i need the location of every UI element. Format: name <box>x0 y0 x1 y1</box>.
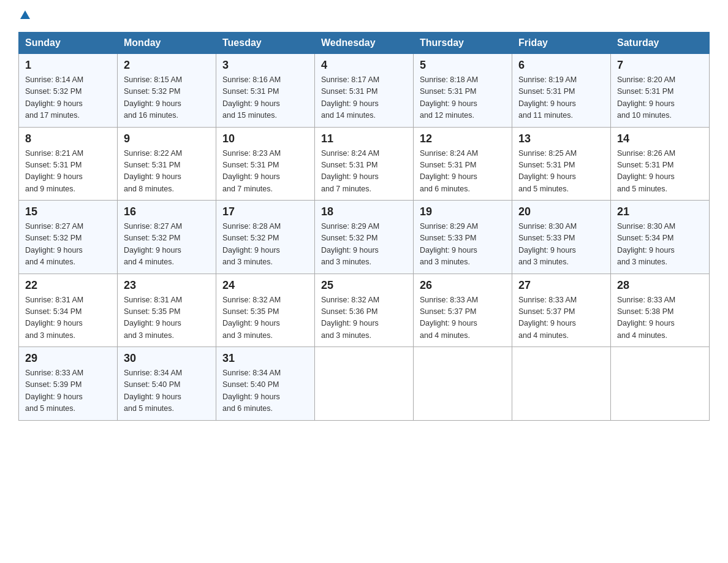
calendar-cell: 28 Sunrise: 8:33 AMSunset: 5:38 PMDaylig… <box>611 274 710 347</box>
day-number: 21 <box>617 205 703 218</box>
calendar-cell: 5 Sunrise: 8:18 AMSunset: 5:31 PMDayligh… <box>414 54 512 128</box>
day-number: 28 <box>617 279 703 292</box>
calendar-cell: 10 Sunrise: 8:23 AMSunset: 5:31 PMDaylig… <box>216 127 315 201</box>
day-info: Sunrise: 8:32 AMSunset: 5:36 PMDaylight:… <box>321 296 379 340</box>
calendar-cell <box>414 347 512 421</box>
calendar-cell: 1 Sunrise: 8:14 AMSunset: 5:32 PMDayligh… <box>19 54 118 128</box>
calendar-cell: 15 Sunrise: 8:27 AMSunset: 5:32 PMDaylig… <box>19 201 118 274</box>
day-number: 27 <box>518 279 604 292</box>
day-info: Sunrise: 8:24 AMSunset: 5:31 PMDaylight:… <box>321 149 379 193</box>
logo-triangle-icon <box>20 10 30 19</box>
day-info: Sunrise: 8:15 AMSunset: 5:32 PMDaylight:… <box>124 75 182 120</box>
day-info: Sunrise: 8:26 AMSunset: 5:31 PMDaylight:… <box>617 149 675 193</box>
page-header <box>18 12 710 21</box>
header-sunday: Sunday <box>19 33 118 54</box>
day-number: 12 <box>420 132 506 145</box>
calendar-cell: 12 Sunrise: 8:24 AMSunset: 5:31 PMDaylig… <box>414 127 512 201</box>
header-friday: Friday <box>512 33 611 54</box>
calendar-cell: 26 Sunrise: 8:33 AMSunset: 5:37 PMDaylig… <box>414 274 512 347</box>
calendar-cell: 19 Sunrise: 8:29 AMSunset: 5:33 PMDaylig… <box>414 201 512 274</box>
day-info: Sunrise: 8:29 AMSunset: 5:33 PMDaylight:… <box>420 222 478 266</box>
day-info: Sunrise: 8:29 AMSunset: 5:32 PMDaylight:… <box>321 222 379 266</box>
calendar-cell: 30 Sunrise: 8:34 AMSunset: 5:40 PMDaylig… <box>118 347 216 421</box>
day-number: 26 <box>420 279 506 292</box>
day-info: Sunrise: 8:33 AMSunset: 5:37 PMDaylight:… <box>420 296 478 340</box>
calendar-cell <box>512 347 611 421</box>
day-info: Sunrise: 8:27 AMSunset: 5:32 PMDaylight:… <box>124 222 182 266</box>
header-thursday: Thursday <box>414 33 512 54</box>
calendar-cell: 11 Sunrise: 8:24 AMSunset: 5:31 PMDaylig… <box>315 127 414 201</box>
day-number: 5 <box>420 59 506 72</box>
day-info: Sunrise: 8:25 AMSunset: 5:31 PMDaylight:… <box>518 149 577 193</box>
day-info: Sunrise: 8:21 AMSunset: 5:31 PMDaylight:… <box>25 149 83 193</box>
day-info: Sunrise: 8:31 AMSunset: 5:34 PMDaylight:… <box>25 296 83 340</box>
day-number: 19 <box>420 205 506 218</box>
day-number: 24 <box>222 279 308 292</box>
calendar-cell: 24 Sunrise: 8:32 AMSunset: 5:35 PMDaylig… <box>216 274 315 347</box>
calendar-week-row: 29 Sunrise: 8:33 AMSunset: 5:39 PMDaylig… <box>19 347 710 421</box>
calendar-cell: 22 Sunrise: 8:31 AMSunset: 5:34 PMDaylig… <box>19 274 118 347</box>
day-info: Sunrise: 8:33 AMSunset: 5:39 PMDaylight:… <box>25 369 83 413</box>
day-number: 23 <box>124 279 210 292</box>
calendar-header-row: SundayMondayTuesdayWednesdayThursdayFrid… <box>19 33 710 54</box>
day-info: Sunrise: 8:16 AMSunset: 5:31 PMDaylight:… <box>222 75 281 120</box>
day-number: 30 <box>124 352 210 365</box>
day-number: 20 <box>518 205 604 218</box>
day-info: Sunrise: 8:28 AMSunset: 5:32 PMDaylight:… <box>222 222 281 266</box>
calendar-cell: 13 Sunrise: 8:25 AMSunset: 5:31 PMDaylig… <box>512 127 611 201</box>
header-monday: Monday <box>118 33 216 54</box>
calendar-cell <box>315 347 414 421</box>
day-info: Sunrise: 8:22 AMSunset: 5:31 PMDaylight:… <box>124 149 182 193</box>
calendar-cell: 14 Sunrise: 8:26 AMSunset: 5:31 PMDaylig… <box>611 127 710 201</box>
day-number: 7 <box>617 59 703 72</box>
calendar-cell: 20 Sunrise: 8:30 AMSunset: 5:33 PMDaylig… <box>512 201 611 274</box>
day-info: Sunrise: 8:18 AMSunset: 5:31 PMDaylight:… <box>420 75 478 120</box>
calendar-week-row: 1 Sunrise: 8:14 AMSunset: 5:32 PMDayligh… <box>19 54 710 128</box>
calendar-cell: 29 Sunrise: 8:33 AMSunset: 5:39 PMDaylig… <box>19 347 118 421</box>
calendar-cell: 2 Sunrise: 8:15 AMSunset: 5:32 PMDayligh… <box>118 54 216 128</box>
header-tuesday: Tuesday <box>216 33 315 54</box>
calendar-table: SundayMondayTuesdayWednesdayThursdayFrid… <box>18 32 710 421</box>
day-info: Sunrise: 8:30 AMSunset: 5:33 PMDaylight:… <box>518 222 577 266</box>
header-wednesday: Wednesday <box>315 33 414 54</box>
day-number: 9 <box>124 132 210 145</box>
day-info: Sunrise: 8:34 AMSunset: 5:40 PMDaylight:… <box>124 369 182 413</box>
day-info: Sunrise: 8:34 AMSunset: 5:40 PMDaylight:… <box>222 369 281 413</box>
day-number: 2 <box>124 59 210 72</box>
calendar-cell: 17 Sunrise: 8:28 AMSunset: 5:32 PMDaylig… <box>216 201 315 274</box>
day-number: 31 <box>222 352 308 365</box>
day-info: Sunrise: 8:17 AMSunset: 5:31 PMDaylight:… <box>321 75 379 120</box>
day-number: 1 <box>25 59 111 72</box>
calendar-cell: 18 Sunrise: 8:29 AMSunset: 5:32 PMDaylig… <box>315 201 414 274</box>
day-info: Sunrise: 8:19 AMSunset: 5:31 PMDaylight:… <box>518 75 577 120</box>
calendar-week-row: 8 Sunrise: 8:21 AMSunset: 5:31 PMDayligh… <box>19 127 710 201</box>
day-info: Sunrise: 8:24 AMSunset: 5:31 PMDaylight:… <box>420 149 478 193</box>
day-number: 3 <box>222 59 308 72</box>
day-info: Sunrise: 8:31 AMSunset: 5:35 PMDaylight:… <box>124 296 182 340</box>
calendar-cell: 7 Sunrise: 8:20 AMSunset: 5:31 PMDayligh… <box>611 54 710 128</box>
day-info: Sunrise: 8:14 AMSunset: 5:32 PMDaylight:… <box>25 75 83 120</box>
day-info: Sunrise: 8:33 AMSunset: 5:37 PMDaylight:… <box>518 296 577 340</box>
calendar-cell: 9 Sunrise: 8:22 AMSunset: 5:31 PMDayligh… <box>118 127 216 201</box>
day-number: 16 <box>124 205 210 218</box>
calendar-cell: 3 Sunrise: 8:16 AMSunset: 5:31 PMDayligh… <box>216 54 315 128</box>
day-number: 29 <box>25 352 111 365</box>
calendar-cell: 16 Sunrise: 8:27 AMSunset: 5:32 PMDaylig… <box>118 201 216 274</box>
calendar-week-row: 22 Sunrise: 8:31 AMSunset: 5:34 PMDaylig… <box>19 274 710 347</box>
calendar-cell: 31 Sunrise: 8:34 AMSunset: 5:40 PMDaylig… <box>216 347 315 421</box>
day-number: 8 <box>25 132 111 145</box>
day-number: 11 <box>321 132 407 145</box>
calendar-cell <box>611 347 710 421</box>
logo <box>18 12 30 21</box>
day-number: 10 <box>222 132 308 145</box>
day-info: Sunrise: 8:33 AMSunset: 5:38 PMDaylight:… <box>617 296 675 340</box>
day-number: 25 <box>321 279 407 292</box>
day-number: 22 <box>25 279 111 292</box>
calendar-week-row: 15 Sunrise: 8:27 AMSunset: 5:32 PMDaylig… <box>19 201 710 274</box>
calendar-cell: 25 Sunrise: 8:32 AMSunset: 5:36 PMDaylig… <box>315 274 414 347</box>
calendar-cell: 8 Sunrise: 8:21 AMSunset: 5:31 PMDayligh… <box>19 127 118 201</box>
day-info: Sunrise: 8:32 AMSunset: 5:35 PMDaylight:… <box>222 296 281 340</box>
day-info: Sunrise: 8:23 AMSunset: 5:31 PMDaylight:… <box>222 149 281 193</box>
day-number: 17 <box>222 205 308 218</box>
day-number: 18 <box>321 205 407 218</box>
